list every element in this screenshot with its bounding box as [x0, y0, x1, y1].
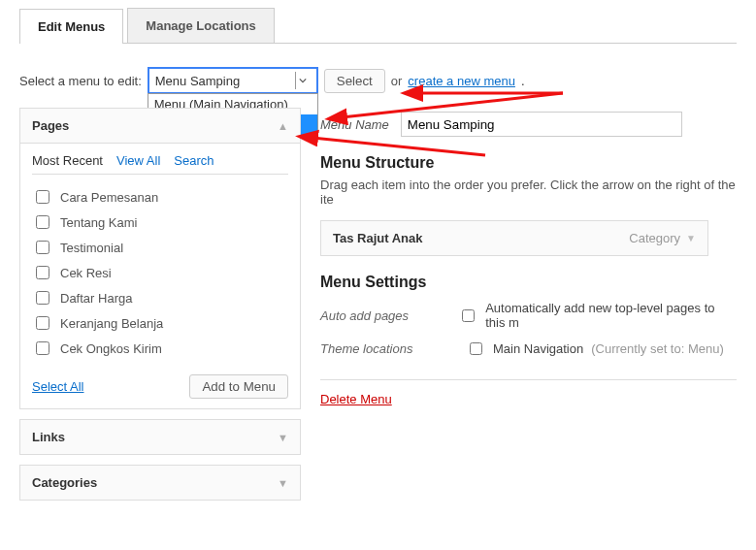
- chevron-down-icon: ▼: [686, 233, 696, 243]
- tab-manage-locations[interactable]: Manage Locations: [127, 8, 274, 43]
- menu-settings-title: Menu Settings: [320, 274, 737, 291]
- accordion-links: Links ▼: [19, 419, 301, 455]
- or-text: or: [391, 74, 403, 88]
- page-checkbox[interactable]: [36, 341, 49, 355]
- menu-name-input[interactable]: [401, 112, 682, 137]
- menu-item[interactable]: Tas Rajut Anak Category ▼: [320, 220, 708, 256]
- accordion-categories-header[interactable]: Categories ▼: [20, 466, 300, 500]
- select-menu-label: Select a menu to edit:: [19, 74, 142, 88]
- theme-locations-label: Theme locations: [320, 341, 466, 356]
- accordion-links-title: Links: [32, 430, 65, 444]
- subtab-view-all[interactable]: View All: [116, 153, 160, 168]
- list-item: Daftar Harga: [32, 285, 288, 310]
- page-checkbox[interactable]: [36, 291, 49, 305]
- theme-location-checkbox[interactable]: [470, 342, 482, 355]
- tabs-bar: Edit Menus Manage Locations: [19, 8, 737, 44]
- page-checkbox[interactable]: [36, 316, 49, 330]
- select-menu-row: Select a menu to edit: Menu Samping Menu…: [19, 67, 737, 94]
- theme-location-hint: (Currently set to: Menu): [591, 341, 724, 356]
- list-item: Testimonial: [32, 235, 288, 260]
- divider: [320, 379, 737, 380]
- subtab-search[interactable]: Search: [174, 153, 214, 168]
- list-item: Keranjang Belanja: [32, 310, 288, 336]
- accordion-pages: Pages ▲ Most Recent View All Search Cara…: [19, 108, 301, 409]
- menu-structure-title: Menu Structure: [320, 154, 737, 172]
- chevron-down-icon: ▼: [278, 477, 288, 489]
- pages-subtabs: Most Recent View All Search: [32, 153, 288, 175]
- list-item: Tentang Kami: [32, 210, 288, 235]
- page-checkbox[interactable]: [36, 215, 49, 229]
- main-panel: Menu Name Menu Structure Drag each item …: [320, 108, 737, 510]
- menu-item-type: Category: [629, 231, 680, 245]
- auto-add-text: Automatically add new top-level pages to…: [485, 301, 737, 330]
- menu-item-label: Tas Rajut Anak: [333, 231, 422, 245]
- accordion-categories: Categories ▼: [19, 465, 301, 501]
- chevron-down-icon: ▼: [278, 432, 288, 443]
- delete-menu-link[interactable]: Delete Menu: [320, 392, 392, 406]
- page-checkbox[interactable]: [36, 266, 49, 279]
- auto-add-checkbox[interactable]: [462, 309, 475, 322]
- list-item: Cara Pemesanan: [32, 184, 288, 210]
- tab-edit-menus[interactable]: Edit Menus: [19, 9, 123, 44]
- menu-select[interactable]: Menu Samping: [148, 67, 318, 94]
- chevron-down-icon: [295, 72, 311, 89]
- select-button[interactable]: Select: [324, 69, 385, 93]
- list-item: Cek Resi: [32, 260, 288, 285]
- menu-select-value: Menu Samping: [155, 74, 240, 88]
- page-checkbox[interactable]: [36, 241, 49, 254]
- page-checkbox[interactable]: [36, 190, 49, 204]
- create-new-menu-link[interactable]: create a new menu: [408, 74, 515, 88]
- accordion-pages-header[interactable]: Pages ▲: [20, 109, 300, 144]
- list-item: Cek Ongkos Kirim: [32, 336, 288, 361]
- menu-name-label: Menu Name: [320, 117, 389, 132]
- accordion-pages-title: Pages: [32, 118, 69, 133]
- accordion-links-header[interactable]: Links ▼: [20, 420, 300, 454]
- chevron-up-icon: ▲: [278, 120, 288, 132]
- auto-add-label: Auto add pages: [320, 308, 458, 323]
- sidebar: Pages ▲ Most Recent View All Search Cara…: [19, 108, 301, 510]
- select-all-link[interactable]: Select All: [32, 379, 83, 394]
- pages-list: Cara Pemesanan Tentang Kami Testimonial …: [32, 184, 288, 361]
- theme-location-text: Main Navigation: [493, 341, 583, 356]
- accordion-categories-title: Categories: [32, 475, 97, 490]
- menu-structure-desc: Drag each item into the order you prefer…: [320, 178, 737, 207]
- add-to-menu-button[interactable]: Add to Menu: [189, 374, 288, 399]
- subtab-most-recent[interactable]: Most Recent: [32, 153, 103, 168]
